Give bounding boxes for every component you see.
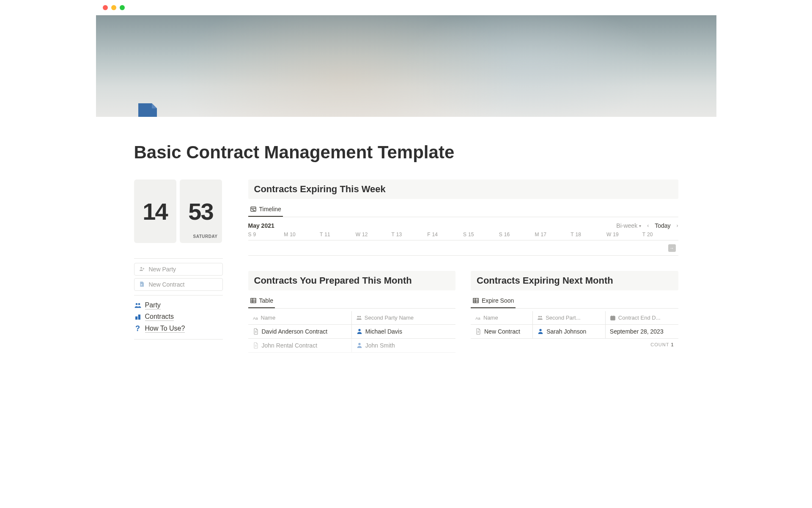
new-party-button[interactable]: New Party: [134, 263, 223, 276]
timeline-day: T13: [392, 232, 428, 237]
svg-rect-5: [138, 315, 140, 320]
clock-widget: 14 53 SATURDAY: [134, 179, 223, 243]
svg-point-36: [539, 329, 541, 331]
timeline-day: M17: [535, 232, 571, 237]
cover-image[interactable]: [96, 15, 716, 117]
timeline-day: W19: [606, 232, 642, 237]
sidebar-link-contracts[interactable]: Contracts: [134, 311, 223, 323]
table-row[interactable]: John Rental ContractJohn Smith: [248, 339, 456, 353]
question-icon: ?: [134, 324, 142, 333]
divider: [134, 258, 223, 259]
sidebar-link-party[interactable]: Party: [134, 300, 223, 311]
view-tab-table[interactable]: Table: [248, 294, 275, 308]
svg-text:Aa: Aa: [253, 316, 258, 320]
svg-point-19: [358, 329, 360, 331]
timeline-prev[interactable]: ‹: [647, 223, 649, 229]
timeline-body[interactable]: →: [248, 240, 678, 256]
timeline-day: S15: [463, 232, 499, 237]
col-header-name[interactable]: Aa Name: [471, 311, 533, 324]
timeline-day: M10: [284, 232, 320, 237]
section-expiring-week-title: Contracts Expiring This Week: [248, 179, 678, 199]
timeline-day: T20: [642, 232, 678, 237]
timeline-scroll-right[interactable]: →: [668, 244, 676, 252]
timeline-day: F14: [427, 232, 463, 237]
view-tab-timeline[interactable]: Timeline: [248, 202, 283, 217]
timeline-day: W12: [356, 232, 392, 237]
window-traffic-lights: [96, 0, 716, 15]
table-row[interactable]: David Anderson ContractMichael Davis: [248, 325, 456, 339]
clock-hour: 14: [143, 198, 167, 225]
row-count: COUNT 1: [471, 339, 678, 351]
timeline-scale-select[interactable]: Bi-week ▾: [616, 222, 641, 229]
page-icon[interactable]: [134, 102, 161, 117]
svg-rect-23: [473, 298, 478, 303]
close-window-button[interactable]: [103, 5, 108, 10]
timeline-day-header: S9M10T11W12T13F14S15S16M17T18W19T20: [248, 232, 678, 240]
divider: [134, 295, 223, 295]
svg-rect-4: [135, 316, 137, 320]
timeline-day: T18: [571, 232, 606, 237]
view-tab-expire-soon[interactable]: Expire Soon: [471, 294, 516, 308]
minimize-window-button[interactable]: [111, 5, 116, 10]
table-row[interactable]: New ContractSarah JohnsonSeptember 28, 2…: [471, 325, 678, 339]
col-header-end-date[interactable]: Contract End D...: [606, 311, 678, 324]
svg-point-22: [358, 343, 360, 345]
svg-text:Aa: Aa: [475, 316, 480, 320]
svg-point-29: [540, 316, 542, 318]
clock-day: SATURDAY: [193, 234, 218, 239]
col-header-second-party[interactable]: Second Party Name: [352, 311, 455, 324]
svg-point-2: [135, 303, 137, 305]
svg-point-3: [138, 303, 140, 305]
svg-rect-10: [251, 298, 256, 303]
svg-rect-30: [611, 316, 615, 320]
timeline-next[interactable]: ›: [677, 223, 678, 229]
section-expiring-next-title: Contracts Expiring Next Month: [471, 271, 678, 290]
svg-point-15: [357, 316, 359, 318]
svg-point-28: [538, 316, 540, 318]
page-title[interactable]: Basic Contract Management Template: [134, 142, 678, 163]
svg-point-16: [359, 316, 361, 318]
section-prepared-title: Contracts You Prepared This Month: [248, 271, 456, 290]
timeline-month: May 2021: [248, 222, 274, 229]
timeline-today-button[interactable]: Today: [655, 222, 670, 229]
col-header-name[interactable]: Aa Name: [248, 311, 352, 324]
clock-minute: 53: [188, 198, 213, 225]
divider: [134, 339, 223, 340]
timeline-day: T11: [320, 232, 356, 237]
maximize-window-button[interactable]: [120, 5, 125, 10]
new-contract-button[interactable]: New Contract: [134, 278, 223, 291]
svg-point-1: [140, 267, 142, 269]
timeline-day: S16: [499, 232, 535, 237]
timeline-day: S9: [248, 232, 284, 237]
sidebar-link-howto[interactable]: ? How To Use?: [134, 323, 223, 335]
col-header-second-party[interactable]: Second Part...: [533, 311, 606, 324]
